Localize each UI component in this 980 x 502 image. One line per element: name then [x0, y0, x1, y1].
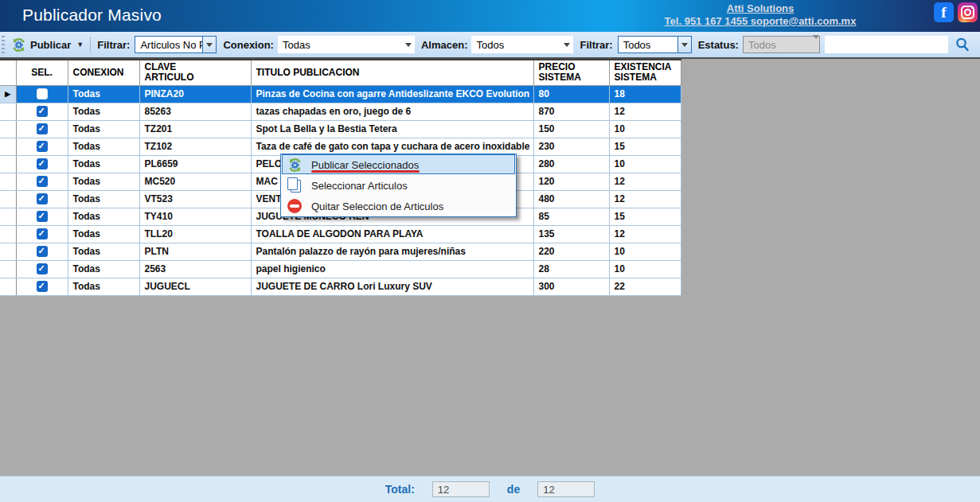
total-count-field[interactable]	[432, 481, 490, 497]
row-checkbox[interactable]	[37, 176, 48, 187]
row-indicator	[0, 103, 16, 120]
row-checkbox[interactable]	[37, 106, 48, 117]
sel-cell[interactable]	[16, 190, 68, 208]
sel-cell[interactable]	[16, 260, 68, 278]
toolbar: Publicar ▼ Filtrar: Articulos No Pu Cone…	[0, 32, 980, 59]
estatus-label: Estatus:	[698, 39, 739, 51]
table-row[interactable]: Todas PLTN Pantalón palazzo de rayón par…	[0, 243, 681, 260]
table-row[interactable]: Todas TZ201 Spot La Bella y la Bestia Te…	[0, 120, 681, 138]
cell-precio: 280	[533, 155, 609, 173]
cell-titulo: Pantalón palazzo de rayón para mujeres/n…	[251, 243, 533, 260]
total-of-field[interactable]	[537, 481, 595, 497]
row-indicator: ▶	[0, 85, 16, 103]
cell-existencia: 15	[609, 208, 681, 225]
search-input[interactable]	[825, 36, 948, 53]
row-indicator	[0, 243, 16, 260]
filtrar2-label: Filtrar:	[580, 39, 612, 51]
context-menu-item[interactable]: Publicar Seleccionados	[281, 154, 516, 175]
filtrar-articulos-dropdown[interactable]: Articulos No Pu	[135, 36, 217, 53]
menu-item-icon-slot	[281, 199, 308, 213]
sel-cell[interactable]	[16, 103, 68, 120]
row-checkbox[interactable]	[37, 263, 48, 274]
search-icon[interactable]	[955, 37, 970, 53]
cell-clave: PINZA20	[139, 85, 251, 103]
sel-cell[interactable]	[16, 243, 68, 260]
filtrar-todos-value: Todos	[619, 39, 677, 51]
cell-conexion: Todas	[68, 120, 139, 138]
row-checkbox[interactable]	[37, 246, 48, 257]
company-link[interactable]: Atti Solutions	[593, 2, 927, 15]
row-checkbox[interactable]	[37, 141, 48, 152]
cell-conexion: Todas	[68, 173, 139, 190]
row-indicator	[0, 225, 16, 243]
filtrar-articulos-value: Articulos No Pu	[135, 39, 202, 51]
publicar-button[interactable]: Publicar ▼	[11, 37, 84, 53]
chevron-down-icon[interactable]	[202, 37, 216, 53]
cell-existencia: 18	[609, 85, 681, 103]
menu-item-label: Quitar Seleccion de Articulos	[308, 200, 443, 212]
cell-clave: VT523	[139, 190, 251, 208]
instagram-icon[interactable]	[958, 2, 978, 22]
cell-conexion: Todas	[68, 103, 139, 120]
cell-clave: 2563	[139, 260, 251, 278]
row-checkbox[interactable]	[37, 193, 48, 204]
row-checkbox[interactable]	[37, 88, 48, 99]
cell-precio: 300	[533, 278, 609, 295]
cell-clave: 85263	[139, 103, 251, 120]
col-precio[interactable]: PRECIO SISTEMA	[533, 60, 609, 85]
sel-cell[interactable]	[16, 85, 68, 103]
sel-cell[interactable]	[16, 225, 68, 243]
cell-conexion: Todas	[68, 138, 139, 155]
col-clave[interactable]: CLAVE ARTICULO	[139, 60, 251, 85]
cell-conexion: Todas	[68, 190, 139, 208]
cell-conexion: Todas	[68, 155, 139, 173]
context-menu: Publicar Seleccionados Seleccionar Artic…	[280, 154, 517, 217]
sel-cell[interactable]	[16, 208, 68, 225]
cell-conexion: Todas	[68, 260, 139, 278]
sel-cell[interactable]	[16, 173, 68, 190]
row-checkbox[interactable]	[37, 281, 48, 292]
filtrar-todos-dropdown[interactable]: Todos	[618, 36, 692, 53]
sel-cell[interactable]	[16, 278, 68, 295]
conexion-dropdown[interactable]: Todas	[278, 36, 415, 53]
chevron-down-icon	[813, 39, 819, 51]
table-row[interactable]: Todas 2563 papel higienico 28 10	[0, 260, 681, 278]
sel-cell[interactable]	[16, 155, 68, 173]
chevron-down-icon[interactable]	[402, 43, 415, 47]
publish-icon	[11, 37, 26, 53]
chevron-down-icon[interactable]	[677, 37, 691, 53]
cell-titulo: TOALLA DE ALGODON PARA PLAYA	[251, 225, 533, 243]
table-row[interactable]: Todas TZ102 Taza de café de gato con tap…	[0, 138, 681, 155]
contact-link[interactable]: Tel. 951 167 1455 soporte@atti.com.mx	[593, 15, 927, 28]
row-indicator	[0, 155, 16, 173]
col-titulo[interactable]: TITULO PUBLICACION	[251, 60, 533, 85]
col-conexion[interactable]: CONEXION	[68, 60, 139, 85]
table-row[interactable]: Todas TLL20 TOALLA DE ALGODON PARA PLAYA…	[0, 225, 681, 243]
row-checkbox[interactable]	[37, 228, 48, 239]
camera-dot	[971, 7, 973, 9]
row-checkbox[interactable]	[37, 123, 48, 134]
table-row[interactable]: Todas JUGUECL JUGUETE DE CARRO Lori Luxu…	[0, 278, 681, 295]
sel-cell[interactable]	[16, 138, 68, 155]
table-row[interactable]: ▶ Todas PINZA20 Pinzas de Cocina con aga…	[0, 85, 681, 103]
toolbar-grip[interactable]	[2, 36, 5, 53]
facebook-icon[interactable]: f	[934, 2, 954, 22]
row-checkbox[interactable]	[37, 158, 48, 169]
almacen-dropdown[interactable]: Todos	[471, 36, 573, 53]
estatus-value: Todos	[744, 39, 813, 51]
sel-cell[interactable]	[16, 120, 68, 138]
menu-item-label: Publicar Seleccionados	[308, 159, 419, 171]
documents-icon	[287, 177, 302, 193]
cell-clave: TZ201	[139, 120, 251, 138]
row-checkbox[interactable]	[37, 211, 48, 222]
context-menu-item[interactable]: Quitar Seleccion de Articulos	[281, 196, 516, 216]
table-row[interactable]: Todas 85263 tazas chapadas en oro, juego…	[0, 103, 681, 120]
cell-precio: 150	[533, 120, 609, 138]
page-title: Publicador Masivo	[22, 6, 162, 25]
footer-bar: Total: de	[0, 476, 980, 502]
col-existencia[interactable]: EXISTENCIA SISTEMA	[609, 60, 681, 85]
col-sel[interactable]: SEL.	[16, 60, 68, 85]
context-menu-item[interactable]: Seleccionar Articulos	[281, 175, 516, 196]
chevron-down-icon[interactable]	[560, 43, 573, 47]
row-indicator	[0, 260, 16, 278]
